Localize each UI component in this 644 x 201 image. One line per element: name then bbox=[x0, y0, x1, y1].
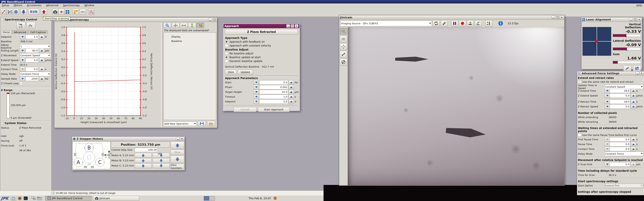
radio-unselected[interactable] bbox=[225, 59, 228, 63]
z-scan-end-decrement-button[interactable] bbox=[605, 162, 610, 167]
close-button[interactable]: × bbox=[295, 24, 298, 28]
syringe-button[interactable] bbox=[80, 9, 86, 15]
maximize-button[interactable] bbox=[212, 18, 216, 21]
force-chart[interactable]: -1001020304050607080901.01.00.80.80.60.6… bbox=[54, 22, 161, 127]
extend-speed-decrement-button[interactable] bbox=[20, 58, 25, 63]
settings-gear-button[interactable] bbox=[13, 9, 19, 15]
pulling-length-increment-button[interactable] bbox=[39, 48, 44, 53]
sample-rate-increment-button[interactable] bbox=[39, 76, 44, 81]
timeout-input[interactable]: 1.0 bbox=[259, 95, 288, 99]
add-new-operation-select[interactable]: Add New Operation bbox=[164, 122, 197, 126]
camera-live-view[interactable] bbox=[348, 27, 564, 185]
close-button[interactable]: × bbox=[560, 16, 564, 19]
motor-b-down-button[interactable] bbox=[153, 158, 170, 163]
levels-adjust-button[interactable] bbox=[485, 20, 492, 27]
fit-all-button[interactable] bbox=[172, 23, 180, 28]
maximize-button[interactable] bbox=[290, 24, 294, 28]
laser-alignment-window-button[interactable] bbox=[64, 9, 70, 15]
approach-down-button[interactable] bbox=[20, 9, 27, 15]
tray-notifier-icon[interactable] bbox=[274, 197, 277, 200]
igain-input[interactable]: 5.0 bbox=[259, 80, 288, 85]
task-jpk-nanowizard[interactable]: JPK NanoWizard Control bbox=[46, 196, 92, 201]
sample-rate-input[interactable]: 2000 bbox=[25, 77, 39, 81]
radio-unselected[interactable] bbox=[225, 52, 228, 55]
measure-line-tool[interactable] bbox=[340, 51, 347, 58]
approach-feedback-option[interactable]: Approach with feedback on bbox=[225, 40, 298, 44]
same-pause-time-checkbox[interactable] bbox=[578, 133, 581, 137]
setpoint-decrement-button[interactable] bbox=[20, 34, 25, 39]
z-retract-speed-decrement-button[interactable] bbox=[605, 104, 610, 109]
dynamic-baseline-update-option[interactable]: Dynamic baseline update bbox=[225, 59, 298, 63]
igain-decrement-button[interactable] bbox=[254, 80, 259, 85]
minimize-button[interactable] bbox=[208, 18, 212, 21]
pager-desktop-1[interactable] bbox=[204, 196, 209, 201]
stop-button[interactable]: Stop bbox=[170, 150, 184, 155]
lock-scale-button[interactable] bbox=[196, 23, 204, 28]
pulling-length-input[interactable]: 90.0 bbox=[25, 48, 39, 53]
start-option-select[interactable]: Extend first bbox=[604, 183, 644, 188]
pgain-increment-button[interactable] bbox=[289, 85, 294, 90]
radio-selected[interactable] bbox=[225, 40, 228, 43]
laser-alignment-titlebar[interactable]: Laser Alignment × bbox=[582, 17, 642, 22]
start-approach-button[interactable]: Start Approach bbox=[258, 107, 290, 112]
approach-setpoint-decrement-button[interactable] bbox=[254, 99, 259, 104]
crosshair-tool[interactable] bbox=[340, 43, 347, 50]
sample-rate-decrement-button[interactable] bbox=[20, 76, 25, 81]
pgain-input[interactable]: 0.002 bbox=[259, 85, 288, 89]
close-button[interactable]: × bbox=[180, 137, 184, 141]
tab-force[interactable]: Force bbox=[1, 30, 12, 34]
terminal-launcher[interactable]: >_ bbox=[24, 196, 28, 201]
menu-motors[interactable]: Motors bbox=[14, 4, 22, 7]
z-extend-time-input[interactable]: 18.0 bbox=[610, 89, 630, 93]
extend-speed-input[interactable]: 5.0 bbox=[25, 58, 39, 62]
minimize-button[interactable] bbox=[629, 18, 633, 21]
update-time-speed-select[interactable]: Constant Speed bbox=[604, 85, 644, 89]
new-document-button[interactable] bbox=[0, 9, 7, 15]
menu-help[interactable]: Help bbox=[636, 4, 642, 7]
extend-speed-increment-button[interactable] bbox=[39, 58, 44, 63]
camera-info-button[interactable] bbox=[498, 20, 504, 26]
z-retract-time-decrement-button[interactable] bbox=[605, 99, 610, 104]
pager-desktop-2[interactable] bbox=[209, 196, 215, 201]
approach-titlebar[interactable]: Approach × bbox=[224, 24, 300, 28]
menu-spectroscopy[interactable]: Spectroscopy bbox=[63, 4, 80, 7]
igain-increment-button[interactable] bbox=[289, 80, 294, 85]
setpoint-input[interactable]: 1.0 bbox=[25, 35, 39, 39]
fit-vertical-button[interactable] bbox=[188, 23, 196, 28]
z-retract-time-increment-button[interactable] bbox=[631, 99, 636, 104]
approach-setpoint-input[interactable]: 5.0 bbox=[259, 99, 288, 104]
afs-contact-time-input[interactable]: 0.0 bbox=[610, 147, 630, 151]
chart-zoom-button[interactable] bbox=[164, 23, 171, 28]
chart-panel-splitter[interactable] bbox=[161, 22, 163, 127]
shrink-display-button[interactable] bbox=[623, 65, 631, 71]
all-motors-down-button[interactable] bbox=[170, 156, 184, 163]
contact-time-input[interactable]: 0.0 bbox=[25, 67, 39, 71]
snapshot-measure-button[interactable] bbox=[475, 20, 482, 27]
afs-contact-time-decrement-button[interactable] bbox=[605, 147, 610, 151]
snapshot-save-button[interactable] bbox=[467, 20, 474, 27]
z-extend-time-increment-button[interactable] bbox=[631, 88, 636, 93]
fit-horizontal-button[interactable] bbox=[180, 23, 188, 28]
baseline-update-at-start-option[interactable]: Baseline update at start bbox=[225, 55, 298, 59]
z-scan-end-increment-button[interactable] bbox=[631, 162, 636, 167]
first-pause-time-input[interactable]: 0.0 bbox=[610, 137, 630, 142]
z-extend-speed-decrement-button[interactable] bbox=[605, 93, 610, 98]
contact-time-increment-button[interactable] bbox=[39, 67, 44, 72]
z-extend-speed-input[interactable]: 5.0 bbox=[610, 93, 630, 98]
first-pause-time-increment-button[interactable] bbox=[631, 137, 636, 142]
afs-contact-time-increment-button[interactable] bbox=[631, 147, 636, 151]
region-tool[interactable] bbox=[340, 36, 347, 42]
same-rate-checkbox[interactable] bbox=[578, 80, 581, 83]
collapse-spectroscopy-control[interactable]: − bbox=[1, 18, 4, 21]
maximize-button[interactable] bbox=[633, 18, 637, 21]
minimize-button[interactable] bbox=[176, 137, 180, 141]
close-button[interactable]: × bbox=[640, 72, 644, 75]
camera-settings-button[interactable] bbox=[441, 20, 448, 27]
list-item-display[interactable]: Display bbox=[164, 34, 216, 39]
motor-b-up-button[interactable] bbox=[135, 158, 152, 163]
save-operations-button[interactable] bbox=[198, 121, 206, 126]
same-rate-row[interactable]: Use the same rate for extend and retract bbox=[578, 80, 644, 84]
minimize-button[interactable] bbox=[286, 24, 290, 28]
motor-c-down-button[interactable] bbox=[153, 163, 170, 168]
first-pause-time-decrement-button[interactable] bbox=[605, 137, 610, 142]
